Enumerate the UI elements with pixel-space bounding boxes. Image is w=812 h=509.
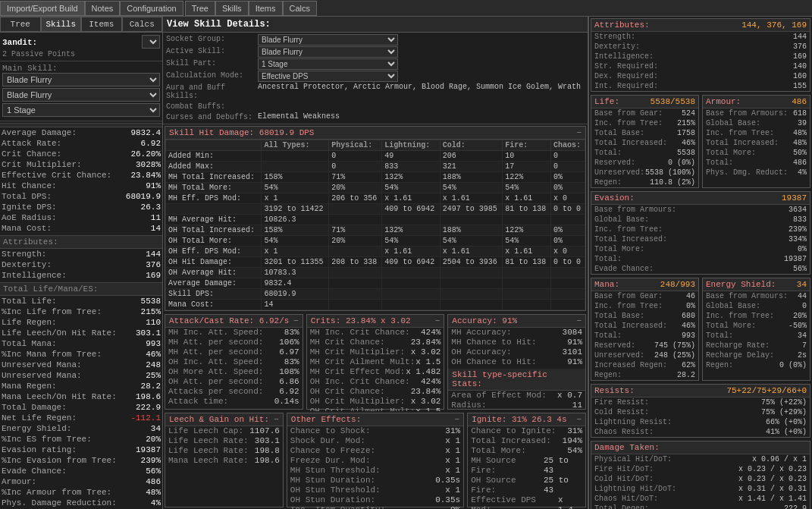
left-stat-value: 248 — [146, 360, 161, 370]
left-stat-value: 215% — [141, 306, 161, 317]
tab-tree[interactable]: Tree — [0, 17, 41, 32]
stat-value: 160 — [793, 71, 807, 81]
stat-row: Global Base:39 — [703, 118, 810, 128]
left-stat-row: %Inc Evasion from Tree:239% — [0, 455, 162, 466]
leech-collapse[interactable]: − — [274, 415, 279, 424]
left-stat-label: Intelligence: — [2, 270, 67, 281]
stat-label: Total Increased: — [594, 321, 667, 331]
left-stat-value: 23.84% — [130, 170, 161, 181]
tree-button[interactable]: Tree — [185, 1, 215, 16]
stage-select[interactable]: 1 Stage — [2, 103, 160, 117]
left-stat-row: Armour:486 — [0, 476, 162, 487]
left-stat-row: Total DPS:68019.9 — [0, 191, 162, 202]
tab-items[interactable]: Items — [81, 17, 122, 32]
mana-header: Mana: 248/993 — [591, 278, 698, 291]
skill-hit-damage-collapse[interactable]: − — [576, 128, 582, 137]
left-stat-value: 20% — [146, 434, 161, 445]
configuration-button[interactable]: Configuration — [120, 1, 183, 16]
crits-section: Crits: 23.84% x 3.02 − MH Inc. Crit Chan… — [306, 314, 445, 410]
stat-label: Total Increased: — [594, 138, 667, 148]
left-stat-row: %Inc Life from Tree:215% — [0, 306, 162, 317]
stat-row: Dex. Required:160 — [591, 71, 810, 81]
stat-label: Strength: — [594, 32, 635, 42]
stat-row: MH Crit Effect Mod:x 1.482 — [307, 367, 444, 377]
crits-collapse[interactable]: − — [435, 316, 440, 325]
skills-button[interactable]: Skills — [215, 1, 249, 16]
stat-label: OH Source Fire: — [471, 476, 544, 495]
attributes-stats: Strength:144Dexterity:376Intelligence:16… — [591, 32, 810, 91]
stat-value: x 1 — [445, 456, 460, 466]
stat-label: Chance to Freeze: — [290, 446, 375, 456]
stat-value: 303.1 — [255, 436, 280, 446]
left-stat-row: %Inc Armour from Tree:48% — [0, 487, 162, 498]
tab-calcs[interactable]: Calcs — [122, 17, 163, 32]
notes-button[interactable]: Notes — [85, 1, 121, 16]
left-stat-row: Strength:144 — [0, 249, 162, 259]
stat-label: Str. Required: — [594, 61, 658, 71]
stat-value: 110.8 (2%) — [650, 178, 695, 187]
char-select[interactable] — [142, 35, 160, 49]
stat-row: Lightning Resist:66% (+0%) — [591, 417, 810, 427]
stat-row: MH Inc. Crit Chance:424% — [307, 328, 444, 338]
left-stat-label: %Inc Mana from Tree: — [2, 349, 102, 360]
left-stat-value: 376 — [146, 259, 161, 270]
ignite-collapse[interactable]: − — [576, 415, 582, 424]
stat-value: 6.86 — [279, 377, 299, 387]
stat-row: Total Increased:194% — [468, 436, 585, 446]
stat-value: 0% — [798, 244, 807, 254]
attack-rate-collapse[interactable]: − — [293, 316, 299, 325]
table-row: MH Total Increased:158%71%132%188%122%0% — [166, 172, 585, 183]
left-stat-label: %Inc Armour from Tree: — [2, 487, 111, 498]
skill-hit-damage-title: Skill Hit Damage: 68019.9 DPS — [169, 128, 314, 137]
tab-skills[interactable]: Skills — [41, 17, 82, 32]
stat-row: Area of Effect Mod:x 0.7 — [448, 391, 585, 401]
left-stat-value: 46% — [146, 349, 161, 360]
stat-value: x 1.4 — [558, 495, 582, 510]
es-box: Energy Shield: 34 Base from Armours:44Gl… — [702, 278, 810, 381]
stat-label: Dex. Required: — [594, 71, 658, 81]
stat-label: Total Increased: — [594, 234, 667, 244]
left-section-header: Attributes: — [0, 235, 162, 249]
main-layout: Tree Skills Items Calcs 3andit: 2 Passiv… — [0, 17, 812, 509]
stat-row: OH Crit Multiplier:x 3.02 — [307, 397, 444, 407]
stat-row: Inc. from Tree:239% — [591, 225, 810, 234]
left-stat-value: 169 — [146, 270, 161, 281]
stat-label: Int. Required: — [594, 81, 658, 91]
main-skill-select[interactable]: Blade Flurry — [2, 73, 160, 86]
skill-part-select[interactable]: 1 Stage — [258, 58, 398, 70]
import-export-button[interactable]: Import/Export Build — [0, 1, 85, 16]
socket-group-select[interactable]: Blade Flurry — [258, 34, 398, 46]
stat-label: Total Increased: — [471, 436, 551, 446]
stat-row: Base from Gear:46 — [591, 291, 698, 301]
stat-row: Evade Chance:56% — [591, 264, 810, 274]
evasion-value: 19387 — [782, 193, 807, 203]
stat-value: 11 — [572, 401, 582, 410]
skill-select[interactable]: Blade Flurry — [2, 88, 160, 102]
left-stats-scroll: Average Damage:9832.4Attack Rate:6.92Cri… — [0, 121, 162, 509]
other-effects-collapse[interactable]: − — [455, 415, 460, 424]
stat-value: 140 — [793, 61, 807, 71]
left-stat-value: 3028% — [136, 159, 161, 170]
stat-row: OH More Att. Speed:108% — [165, 367, 303, 377]
stat-value: 239% — [788, 225, 807, 234]
stat-value: 54% — [567, 446, 582, 456]
left-stat-row: Intelligence:169 — [0, 270, 162, 281]
calcs-button[interactable]: Calcs — [283, 1, 318, 16]
accuracy-collapse[interactable]: − — [576, 316, 582, 325]
active-skill-select[interactable]: Blade Flurry — [258, 46, 398, 58]
left-stat-label: Mana Leech/On Hit Rate: — [2, 391, 117, 402]
items-button[interactable]: Items — [249, 1, 283, 16]
stat-row: Fire Resist:75% (+22%) — [591, 397, 810, 407]
calc-mode-select[interactable]: Effective DPS — [258, 71, 398, 82]
stat-label: OH More Att. Speed: — [168, 367, 263, 377]
stat-value: x 3.02 — [411, 397, 441, 407]
left-stat-value: 239% — [141, 455, 161, 466]
resists-box: Resists: 75+22/75+29/66+0 Fire Resist:75… — [591, 384, 810, 438]
left-stat-label: Evasion rating: — [2, 445, 77, 455]
stat-value: 75% (+22%) — [761, 397, 807, 407]
stat-label: Dexterity: — [594, 42, 640, 52]
table-row: OH Hit Damage:3201 to 11355208 to 338409… — [166, 257, 585, 268]
stat-value: 23.84% — [411, 338, 441, 347]
table-row: MH Total More:54%20%54%54%54%0% — [166, 183, 585, 193]
left-stat-value: 56% — [146, 466, 161, 476]
